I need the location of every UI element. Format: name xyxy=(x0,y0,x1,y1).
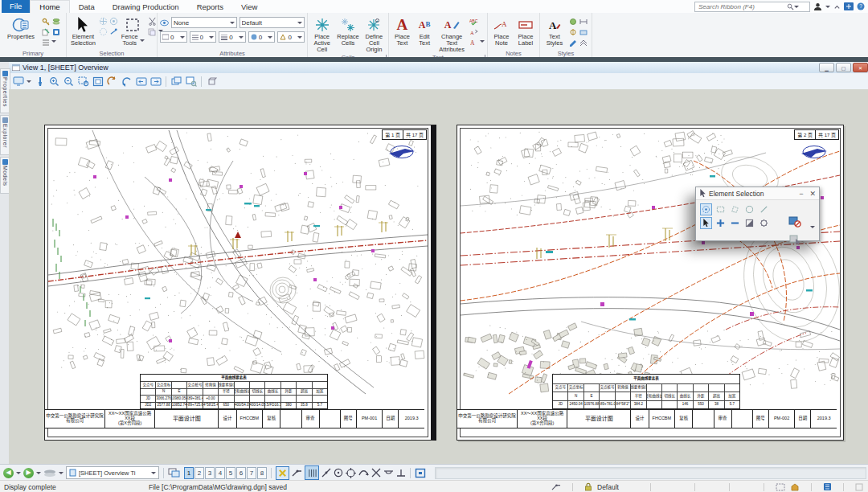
tab-home[interactable]: Home xyxy=(30,0,69,13)
place-label-button[interactable]: Place Label xyxy=(514,15,537,47)
search-input[interactable] xyxy=(697,2,787,11)
spell-check-icon[interactable]: ABC xyxy=(469,17,478,26)
accusnap-toggle[interactable] xyxy=(276,466,289,480)
view-next-icon[interactable] xyxy=(149,76,162,88)
sheet-2[interactable]: 第 2 页 共 17 页 平面曲线要素表交点号交点坐标交点桩号转角值曲线要素值(… xyxy=(457,125,844,441)
define-cell-origin-button[interactable]: Define Cell Origin xyxy=(362,15,386,54)
view-display-style-icon[interactable] xyxy=(12,76,24,88)
snap-tangent-icon[interactable] xyxy=(383,466,394,479)
display-style-dropdown-icon[interactable] xyxy=(27,80,31,85)
drawing-canvas[interactable]: 第 1 页 共 17 页 平面曲线要素表交点号交点坐标交点桩号转角值曲线要素值(… xyxy=(9,89,868,464)
view-group-combo[interactable]: [SHEET] Overview Ti xyxy=(66,466,159,479)
cut-icon[interactable] xyxy=(148,17,157,26)
ribbon-search[interactable] xyxy=(694,2,810,12)
view-number-6[interactable]: 6 xyxy=(236,467,246,479)
user-dropdown-icon[interactable] xyxy=(825,6,830,10)
view-group-icon[interactable] xyxy=(43,466,56,479)
snap-bisector-icon[interactable] xyxy=(358,466,369,479)
active-level[interactable]: Default xyxy=(597,483,639,491)
copy-view-icon[interactable] xyxy=(170,76,182,88)
view-number-1[interactable]: 1 xyxy=(184,467,194,479)
fence-status-icon[interactable] xyxy=(790,482,800,491)
text-match-icon[interactable]: A xyxy=(469,27,478,36)
window-area-icon[interactable] xyxy=(77,76,89,88)
select-circle-button[interactable] xyxy=(743,203,755,215)
cells-stack-icon[interactable] xyxy=(51,17,60,26)
key-icon[interactable] xyxy=(41,17,50,26)
properties-button[interactable]: Properties xyxy=(2,15,39,41)
dimension-style-icon[interactable] xyxy=(579,17,588,26)
transparency-combo[interactable]: 0 xyxy=(248,31,276,43)
dialog-minimize-icon[interactable]: − xyxy=(799,190,803,198)
zoom-in-icon[interactable] xyxy=(48,76,60,88)
help-icon[interactable]: ? xyxy=(857,2,865,10)
search-dropdown-icon[interactable] xyxy=(794,6,799,10)
add-to-selection-button[interactable] xyxy=(714,217,727,229)
display-style-icon[interactable] xyxy=(568,27,577,36)
dgn-cache-icon[interactable] xyxy=(823,482,832,491)
new-selection-button[interactable] xyxy=(788,216,801,228)
change-text-attributes-button[interactable]: A Change Text Attributes xyxy=(436,15,468,54)
priority-combo[interactable]: 0 xyxy=(277,31,305,43)
view-toggles-icon[interactable] xyxy=(168,466,181,479)
view-number-3[interactable]: 3 xyxy=(205,467,215,479)
view-group-dropdown-icon[interactable] xyxy=(59,472,63,477)
accudraw-icon[interactable] xyxy=(415,466,426,479)
sheet-1[interactable]: 第 1 页 共 17 页 平面曲线要素表交点号交点坐标交点桩号转角值曲线要素值(… xyxy=(44,125,436,441)
color-combo[interactable]: 0 xyxy=(160,31,187,43)
back-button[interactable]: ◀ xyxy=(3,468,14,478)
back-dropdown-icon[interactable] xyxy=(16,472,21,477)
select-previous-icon[interactable] xyxy=(99,27,108,36)
view-number-5[interactable]: 5 xyxy=(226,467,235,479)
place-active-cell-button[interactable]: Place Active Cell xyxy=(310,15,334,54)
snap-center-icon[interactable] xyxy=(334,466,343,479)
clear-selection-button[interactable] xyxy=(758,217,770,229)
pan-view-icon[interactable] xyxy=(121,76,133,88)
snap-mode-icon[interactable] xyxy=(551,482,561,491)
clip-volume-icon[interactable] xyxy=(206,76,218,88)
snap-keypoint-icon[interactable] xyxy=(305,465,319,480)
tab-reports[interactable]: Reports xyxy=(188,1,232,13)
selection-pointer-button[interactable] xyxy=(700,217,712,229)
dialog-close-icon[interactable]: ✕ xyxy=(809,190,816,198)
connect-badge-icon[interactable] xyxy=(844,2,854,10)
minimize-ribbon-icon[interactable] xyxy=(833,3,841,10)
tab-file[interactable]: File xyxy=(2,0,30,13)
models-icon[interactable] xyxy=(51,27,60,36)
snap-origin-icon[interactable] xyxy=(346,466,356,479)
line-style-combo[interactable]: 0 xyxy=(190,31,217,43)
view-close-button[interactable]: ✕ xyxy=(853,63,868,72)
attach-icon[interactable] xyxy=(41,27,50,36)
status-extra-icon[interactable] xyxy=(855,483,863,491)
zoom-out-icon[interactable] xyxy=(63,76,75,88)
style-more-icon[interactable] xyxy=(579,38,588,47)
view-number-8[interactable]: 8 xyxy=(257,467,267,479)
view-number-4[interactable]: 4 xyxy=(215,467,225,479)
snap-nearest-icon[interactable] xyxy=(292,466,302,479)
select-by-attributes-button[interactable] xyxy=(788,234,801,245)
select-block-button[interactable] xyxy=(714,203,727,215)
dialog-title-bar[interactable]: Element Selection − ✕ xyxy=(696,187,819,200)
active-style-combo[interactable]: Default xyxy=(240,17,305,28)
element-selection-dialog[interactable]: Element Selection − ✕ xyxy=(695,187,820,241)
snap-midpoint-icon[interactable] xyxy=(321,466,331,479)
fence-tools-dropdown-icon[interactable] xyxy=(140,39,145,44)
style-apply-icon[interactable] xyxy=(568,38,577,47)
place-note-button[interactable]: A Place Note xyxy=(490,15,513,47)
fence-tools-button[interactable]: Fence Tools xyxy=(120,15,146,47)
line-weight-combo[interactable]: 0 xyxy=(219,31,246,43)
copy-icon[interactable] xyxy=(148,27,157,36)
level-display-icon[interactable] xyxy=(41,38,50,47)
view-title-bar[interactable]: View 1, [SHEET] Overview ▁ ▢ ✕ xyxy=(9,62,868,74)
tab-drawing-production[interactable]: Drawing Production xyxy=(104,1,188,13)
select-all-icon[interactable] xyxy=(99,17,108,26)
element-style-icon[interactable] xyxy=(568,17,577,26)
view-maximize-button[interactable]: ▢ xyxy=(836,63,851,72)
forward-dropdown-icon[interactable] xyxy=(36,472,41,477)
view-number-2[interactable]: 2 xyxy=(194,467,204,479)
selection-set-icon[interactable] xyxy=(776,483,785,491)
primary-more-icon[interactable] xyxy=(51,40,56,45)
text-styles-button[interactable]: A Text Styles xyxy=(542,15,567,47)
view-previous-icon[interactable] xyxy=(135,76,147,88)
select-invert-icon[interactable] xyxy=(109,27,118,36)
